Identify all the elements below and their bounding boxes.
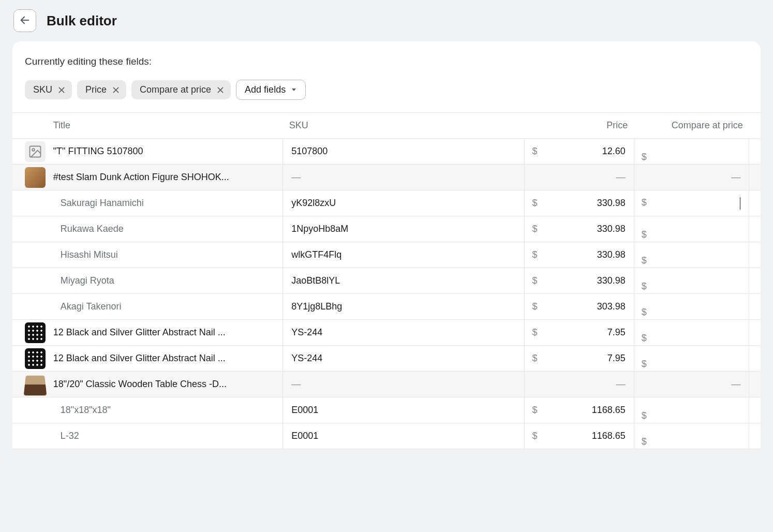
extra-cell (749, 190, 761, 216)
sku-cell[interactable]: YS-244 (283, 320, 525, 346)
svg-marker-7 (292, 88, 296, 91)
title-cell[interactable]: 18"x18"x18" (47, 397, 283, 423)
title-cell[interactable]: #test Slam Dunk Action Figure SHOHOK... (47, 165, 283, 190)
compare-cell[interactable]: $ (634, 242, 749, 268)
compare-cell[interactable]: $ (634, 216, 749, 242)
price-cell[interactable]: $330.98 (525, 190, 634, 216)
extra-cell (749, 139, 761, 165)
price-cell[interactable]: $7.95 (525, 320, 634, 346)
title-cell[interactable]: 18"/20" Classic Wooden Table Chess -D... (47, 372, 283, 397)
compare-cell[interactable]: $ (634, 423, 749, 449)
currency-symbol: $ (532, 431, 537, 441)
sku-cell[interactable]: 8Y1jg8LBhg (283, 294, 525, 320)
compare-cell[interactable]: $ (634, 397, 749, 423)
compare-cell[interactable]: $ (634, 320, 749, 346)
product-thumbnail (25, 322, 46, 343)
price-cell[interactable]: $12.60 (525, 139, 634, 165)
title-cell[interactable]: L-32 (47, 423, 283, 449)
table-row: Akagi Takenori8Y1jg8LBhg$303.98$ (12, 294, 761, 320)
price-cell[interactable]: $330.98 (525, 242, 634, 268)
image-placeholder-icon (25, 141, 46, 162)
price-value: 330.98 (597, 224, 626, 234)
price-value: 7.95 (607, 353, 626, 363)
currency-symbol: $ (642, 333, 647, 344)
title-cell[interactable]: Sakuragi Hanamichi (47, 190, 283, 216)
sku-cell[interactable]: wlkGTF4Flq (283, 242, 525, 268)
sku-cell[interactable]: 1NpyoHb8aM (283, 216, 525, 242)
sku-cell[interactable]: E0001 (283, 423, 525, 449)
header-compare: Compare at price (634, 113, 749, 139)
field-tag-label: Price (85, 84, 107, 95)
price-value: 303.98 (597, 301, 626, 312)
currency-symbol: $ (642, 229, 647, 240)
currency-symbol: $ (532, 146, 537, 157)
close-icon[interactable] (57, 86, 66, 94)
variant-title: L-32 (53, 431, 79, 441)
close-icon[interactable] (112, 86, 120, 94)
editing-fields-label: Currently editing these fields: (25, 56, 748, 67)
price-cell[interactable]: $330.98 (525, 216, 634, 242)
table-header-row: Title SKU Price Compare at price (12, 113, 761, 139)
price-cell[interactable]: $1168.65 (525, 397, 634, 423)
price-value: 7.95 (607, 327, 626, 337)
sku-cell[interactable]: yK92l8zxU (283, 190, 525, 216)
title-cell[interactable]: Rukawa Kaede (47, 216, 283, 242)
price-cell[interactable]: $1168.65 (525, 423, 634, 449)
table-row: 12 Black and Silver Glitter Abstract Nai… (12, 320, 761, 346)
sku-cell[interactable]: E0001 (283, 397, 525, 423)
extra-cell (749, 320, 761, 346)
currency-symbol: $ (532, 405, 537, 416)
price-cell[interactable]: $303.98 (525, 294, 634, 320)
title-cell[interactable]: "T" FITTING 5107800 (47, 139, 283, 165)
price-cell[interactable]: $330.98 (525, 268, 634, 294)
currency-symbol: $ (532, 327, 537, 338)
title-cell[interactable]: Hisashi Mitsui (47, 242, 283, 268)
text-cursor (740, 197, 740, 210)
field-tag-sku[interactable]: SKU (25, 80, 72, 99)
currency-symbol: $ (642, 281, 647, 292)
add-fields-button[interactable]: Add fields (236, 80, 306, 100)
price-value: 12.60 (602, 146, 626, 156)
field-tag-compare-at-price[interactable]: Compare at price (131, 80, 231, 99)
dash: — (291, 379, 301, 389)
table-row: #test Slam Dunk Action Figure SHOHOK...—… (12, 165, 761, 190)
extra-cell (749, 242, 761, 268)
compare-cell[interactable]: $ (634, 139, 749, 165)
currency-symbol: $ (642, 410, 647, 421)
title-cell[interactable]: 12 Black and Silver Glitter Abstract Nai… (47, 320, 283, 346)
title-cell[interactable]: Miyagi Ryota (47, 268, 283, 294)
compare-cell[interactable]: $ (634, 190, 749, 216)
title-cell[interactable]: Akagi Takenori (47, 294, 283, 320)
table-row: 18"/20" Classic Wooden Table Chess -D...… (12, 372, 761, 397)
currency-symbol: $ (532, 198, 537, 209)
sku-cell[interactable]: 5107800 (283, 139, 525, 165)
product-thumbnail (25, 167, 46, 188)
thumb-cell (12, 346, 47, 372)
back-button[interactable] (13, 9, 36, 32)
extra-cell (749, 423, 761, 449)
sku-cell[interactable]: JaoBtB8lYL (283, 268, 525, 294)
bulk-editor-table: Title SKU Price Compare at price "T" FIT… (12, 113, 761, 449)
currency-symbol: $ (642, 359, 647, 370)
field-tag-price[interactable]: Price (77, 80, 126, 99)
close-icon[interactable] (216, 86, 225, 94)
field-tag-label: Compare at price (140, 84, 211, 95)
header-extra (749, 113, 761, 139)
compare-cell[interactable]: $ (634, 294, 749, 320)
dash: — (643, 172, 740, 183)
table-row: 18"x18"x18"E0001$1168.65$ (12, 397, 761, 423)
compare-cell[interactable]: $ (634, 346, 749, 372)
svg-point-9 (32, 149, 35, 151)
dash: — (533, 379, 625, 390)
extra-cell (749, 216, 761, 242)
sku-cell: — (283, 165, 525, 190)
extra-cell (749, 268, 761, 294)
header-title: Title (47, 113, 283, 139)
title-cell[interactable]: 12 Black and Silver Glitter Abstract Nai… (47, 346, 283, 372)
extra-cell (749, 294, 761, 320)
currency-symbol: $ (642, 436, 647, 447)
sku-cell[interactable]: YS-244 (283, 346, 525, 372)
price-cell[interactable]: $7.95 (525, 346, 634, 372)
extra-cell (749, 165, 761, 190)
compare-cell[interactable]: $ (634, 268, 749, 294)
